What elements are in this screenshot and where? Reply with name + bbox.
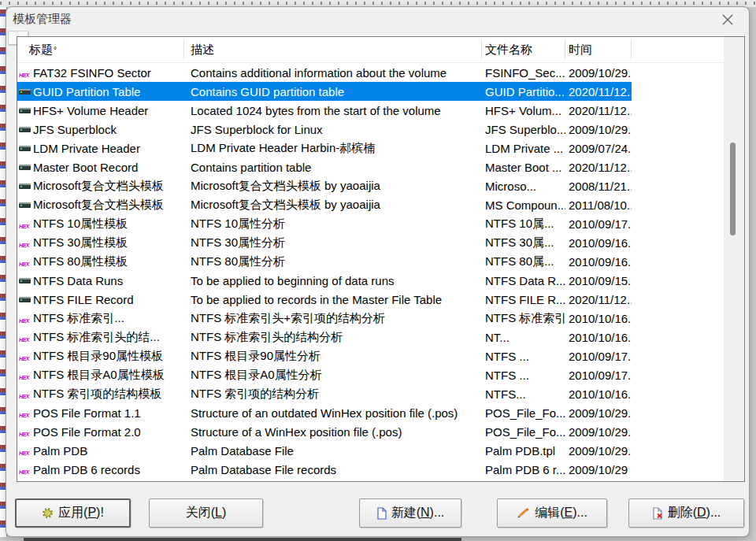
row-title-cell: HEX Microsoft复合文档头模板 [17,176,184,195]
row-description: NTFS 根目录A0属性分析 [191,368,322,383]
row-filename-cell: NT... [482,328,565,346]
column-header-filename[interactable]: 文件名称 [482,40,565,59]
row-filename: NTFS 80属... [485,254,554,269]
table-row[interactable]: HEX NTFS 根目录90属性模板 NTFS 根目录90属性分析 NTFS .… [17,346,632,365]
close-label: 关闭(L) [186,505,227,521]
table-row[interactable]: HEX FAT32 FSINFO Sector Contains additio… [17,63,632,82]
table-row[interactable]: HEX POS File Format 1.1 Structure of an … [17,403,632,422]
scrollbar-thumb[interactable] [730,143,736,235]
row-title-cell: HEX Palm PDB 6 records [17,460,184,479]
row-time-cell: 2010/09/16... [565,233,632,252]
row-filename: Palm PDB.tpl [485,444,555,458]
row-time: 2009/10/29 [569,463,628,476]
delete-button[interactable]: 删除(D)... [628,498,744,528]
table-row[interactable]: HEX NTFS 80属性模板 NTFS 80属性分析 NTFS 80属... … [17,252,632,271]
table-row[interactable]: HEX JFS Superblock JFS Superblock for Li… [17,120,632,139]
row-title: Microsoft复合文档头模板 [33,179,164,194]
row-filename: Master Boot ... [485,161,562,174]
row-filename: Palm PDB 6 r... [485,463,565,476]
column-header-title[interactable]: 标题° [17,40,184,59]
new-button[interactable]: 新建(N)... [359,498,461,528]
sort-indicator: ° [54,46,57,54]
table-row[interactable]: HEX Microsoft复合文档头模板 Microsoft复合文档头模板 by… [17,176,632,195]
row-filename-cell: JFS Superblo... [482,120,565,139]
table-row[interactable]: HEX NTFS 标准索引... NTFS 标准索引头+索引项的结构分析 NTF… [17,309,632,328]
drive-icon [19,108,31,113]
row-time: 2008/11/21... [569,180,632,193]
row-filename: MS Compoun... [485,198,565,212]
delete-document-icon [652,507,663,520]
row-time: 2010/09/17... [569,217,632,231]
column-header-time[interactable]: 时间 [565,40,632,59]
hex-template-icon: HEX [19,463,31,476]
row-time: 2009/10/29... [569,406,632,420]
row-description-cell: Contains additional information about th… [184,63,482,82]
table-row[interactable]: HEX NTFS 根目录A0属性模板 NTFS 根目录A0属性分析 NTFS .… [17,365,632,384]
row-title: Master Boot Record [33,161,138,174]
edit-button[interactable]: 编辑(E)... [497,498,607,528]
row-title: HFS+ Volume Header [33,104,148,117]
vertical-scrollbar[interactable] [724,37,744,481]
column-header-time-label: 时间 [569,43,592,57]
hex-template-icon: HEX [19,236,31,249]
row-time-cell: 2009/10/29... [565,441,632,460]
row-description: Structure of a WinHex position file (.po… [191,425,402,439]
table-row[interactable]: HEX Palm PDB 6 records Palm Database Fil… [17,460,632,479]
table-row[interactable]: HEX POS File Format 2.0 Structure of a W… [17,422,632,441]
row-description-cell: Contains partition table [184,157,482,176]
hex-template-icon: HEX [19,444,31,457]
row-time: 2020/11/12... [569,293,632,306]
row-filename-cell: NTFS 30属... [482,233,565,252]
row-title-cell: HEX Microsoft复合文档头模板 [17,195,184,214]
row-filename-cell: FSINFO_Sec... [482,63,565,82]
drive-icon [19,202,31,208]
table-row[interactable]: HEX NTFS 索引项的结构模板 NTFS 索引项的结构分析 NTFS... … [17,384,632,403]
row-time-cell: 2020/11/12... [565,82,632,101]
row-title: NTFS 索引项的结构模板 [33,387,161,402]
row-title: NTFS 根目录A0属性模板 [33,368,165,383]
row-description-cell: LDM Private Header Harbin-郝槟楠 [184,139,482,157]
row-description-cell: NTFS 80属性分析 [184,252,482,271]
row-description-cell: NTFS 索引项的结构分析 [184,384,482,403]
row-filename-cell: POS_File_Fo... [482,403,565,422]
table-row[interactable]: HEX NTFS FILE Record To be applied to re… [17,290,632,309]
apply-button[interactable]: 应用(P)! [15,498,131,528]
row-filename-cell: NTFS FILE R... [482,290,565,309]
column-header-description[interactable]: 描述 [184,40,482,59]
row-time: 2010/09/17... [569,369,632,382]
table-row[interactable]: HEX NTFS 30属性模板 NTFS 30属性分析 NTFS 30属... … [17,233,632,252]
row-description: Contains partition table [191,161,311,174]
row-time-cell: 2010/09/17... [565,214,632,233]
row-description: Structure of an outdated WinHex position… [191,406,458,420]
table-row[interactable]: HEX NTFS 10属性模板 NTFS 10属性分析 NTFS 10属... … [17,214,632,233]
table-row[interactable]: HEX LDM Private Header LDM Private Heade… [17,139,632,157]
table-row[interactable]: HEX Microsoft复合文档头模板 Microsoft复合文档头模板 by… [17,195,632,214]
row-filename-cell: GUID Partitio... [482,82,565,101]
row-title-cell: HEX NTFS 30属性模板 [17,233,184,252]
row-filename-cell: NTFS 80属... [482,252,565,271]
row-description-cell: Structure of an outdated WinHex position… [184,403,482,422]
title-bar: 模板管理器 [6,7,749,31]
row-time: 2010/09/16... [569,255,632,269]
table-row[interactable]: HEX NTFS 标准索引头的结... NTFS 标准索引头的结构分析 NT..… [17,328,632,346]
new-label: 新建(N)... [391,505,445,521]
row-description: NTFS 标准索引头+索引项的结构分析 [191,311,385,326]
table-row[interactable]: HEX Palm PDB Palm Database File Palm PDB… [17,441,632,460]
table-row[interactable]: HEX HFS+ Volume Header Located 1024 byte… [17,101,632,120]
row-title: Microsoft复合文档头模板 [33,198,164,213]
table-row[interactable]: HEX NTFS Data Runs To be applied to begi… [17,271,632,290]
row-description: NTFS 根目录90属性分析 [191,349,321,364]
hex-template-icon: HEX [19,217,31,230]
table-row[interactable]: HEX GUID Partition Table Contains GUID p… [17,82,632,101]
close-dialog-button[interactable]: 关闭(L) [149,498,263,528]
column-header-filename-label: 文件名称 [485,43,532,57]
row-filename-cell: Master Boot ... [482,157,565,176]
table-row[interactable]: HEX Master Boot Record Contains partitio… [17,157,632,176]
hex-template-icon: HEX [19,387,31,400]
close-button[interactable] [713,9,743,30]
edit-label: 编辑(E)... [535,505,587,521]
row-time: 2010/09/16... [569,236,632,250]
row-description: NTFS 10属性分析 [191,217,285,232]
row-time: 2020/11/12... [569,85,632,98]
row-filename-cell: HFS+ Volum... [482,101,565,120]
